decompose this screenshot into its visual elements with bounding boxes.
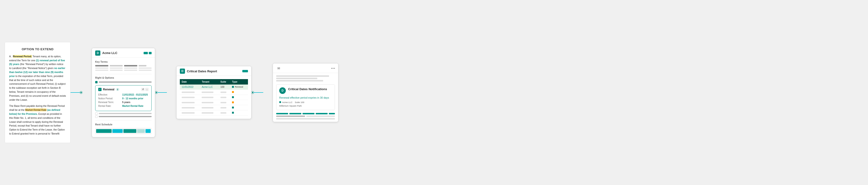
connector-dot-3 [251,91,254,94]
tenant-dot [279,101,281,103]
term-label: Renewal Term: [98,101,122,104]
notif-meta: Acme LLC Suite 100 [279,101,332,104]
type-dot-teal-6 [232,112,234,114]
table-row-5 [180,105,248,110]
app-title: Acme LLC [102,51,142,55]
renewal-checkbox[interactable]: ✓ [98,88,101,91]
connector-line-1 [70,92,80,93]
ctrl-btn-2[interactable] [149,52,152,54]
notif-title: Critical Dates Notifications [288,87,327,91]
app-header: D Acme LLC [92,48,155,58]
table-body: 11/01/2022 Acme LLC 100 Renewal [180,84,248,115]
connector-3 [251,91,263,94]
sidebar-items [95,81,152,83]
report-title: Critical Dates Report [187,70,241,73]
type-dot-teal-3 [232,96,234,98]
effective-value: 11/01/2022 - 01/21/2025 [122,94,149,96]
term-value: 5 years [122,101,149,104]
renewal-effective-row: Effective: 11/01/2022 - 01/21/2025 [98,94,149,96]
notif-title-block: Critical Dates Notifications [288,87,327,91]
renewal-badge: 2 [116,88,119,91]
connector-2 [155,91,167,94]
rights-options-section: Right & Options ✓ Renewal 2 ↺ [95,77,152,118]
rent-seg-3 [123,129,136,133]
email-bottom-bars [276,113,335,119]
email-top-bars [276,75,335,81]
bottom-bar-teal-2 [289,113,301,114]
table-head: Date Tenant Suite Type [180,79,248,84]
rent-bar-chart [95,128,152,134]
dot-3 [334,68,335,69]
renewal-notice-row: Notice Period: 9 - 12 months prior [98,97,149,100]
bottom-bar-teal-1 [276,113,288,114]
key-terms-label: Key Terms [95,61,152,63]
suite-value: Suite 100 [295,101,304,104]
renewal-rate-row: Rental Rate: Market Rental Rate [98,105,149,107]
panel-document: OPTION TO EXTEND A. Renewal Period. Tena… [5,42,70,143]
app-logo: D [95,50,100,56]
tenant-name: Acme LLC [282,101,292,104]
report-body: Date Tenant Suite Type 11/01/2022 Acme L… [177,76,251,119]
ctrl-btn-1[interactable] [144,52,148,54]
cell-tenant-1: Acme LLC [200,84,218,90]
notif-header: D Critical Dates Notifications [279,87,332,94]
effective-label: Effective: [98,94,122,96]
col-type: Type [230,79,248,84]
report-ctrl[interactable] [242,70,248,72]
rights-options-label: Right & Options [95,77,152,79]
notice-label: Notice Period: [98,97,122,100]
connector-1 [70,91,82,94]
table-row-2 [180,90,248,95]
paragraph-1: A. Renewal Period. Tenant many, at its o… [9,54,66,102]
email-header: ✉ [273,63,338,73]
kt-item-4 [139,65,152,71]
col-suite: Suite [219,79,230,84]
notif-subtitle: Renewal effective period expries in 30 d… [279,96,332,99]
table-row-highlight[interactable]: 11/01/2022 Acme LLC 100 Renewal [180,84,248,90]
dot-1 [331,68,332,69]
rate-label: Rental Rate: [98,105,122,107]
rent-schedule: Rent Schedule [95,123,152,134]
undo-icon[interactable]: ↺ [141,88,145,91]
renewal-term-row: Renewal Term: 5 years [98,101,149,104]
top-bar-2 [276,78,317,79]
kt-item-1 [95,65,108,71]
table-row-3 [180,95,248,100]
connector-dot-2 [155,91,157,94]
notif-logo: D [279,87,286,94]
paragraph-2: The Base Rent payable during the Renewal… [9,104,66,136]
bottom-bar-teal-3 [303,113,314,114]
para1-prefix: A. [9,55,13,58]
renewal-title: Renewal [103,88,115,91]
renewal-header: ✓ Renewal 2 ↺ … [98,88,149,91]
dot-2 [333,68,334,69]
document-title: OPTION TO EXTEND [9,47,66,52]
key-terms-grid [95,65,152,71]
table-row-4 [180,100,248,105]
email-body: D Critical Dates Notifications Renewal e… [273,73,338,122]
report-header: D Critical Dates Report [177,66,251,76]
renewal-period-label: Renewal Period. [13,55,32,58]
bottom-row-3 [276,118,335,119]
more-icon[interactable]: … [145,88,149,91]
panel-report: D Critical Dates Report Date Tenant Suit… [176,66,251,119]
cell-suite-1: 100 [219,84,230,90]
connector-dot-1 [80,91,82,94]
connector-line-3 [254,92,263,93]
col-tenant: Tenant [200,79,218,84]
rent-seg-1 [96,129,112,133]
divider-2 [95,120,152,120]
document-body: A. Renewal Period. Tenant many, at its o… [9,54,66,136]
bottom-bar-teal-5 [329,113,335,114]
rent-seg-4 [137,129,145,133]
panel-app: D Acme LLC Key Terms [92,48,155,137]
type-dot-orange-2 [232,91,234,93]
main-layout: OPTION TO EXTEND A. Renewal Period. Tena… [5,42,863,143]
report-table: Date Tenant Suite Type 11/01/2022 Acme L… [180,79,248,115]
bottom-row-1 [276,113,335,114]
type-dot-teal [232,86,234,88]
top-bar-3 [276,80,323,81]
renewal-card[interactable]: ✓ Renewal 2 ↺ … Effective: 11/01/2022 - … [95,85,152,111]
notification-card: D Critical Dates Notifications Renewal e… [276,84,335,110]
kt-item-3 [124,65,137,71]
